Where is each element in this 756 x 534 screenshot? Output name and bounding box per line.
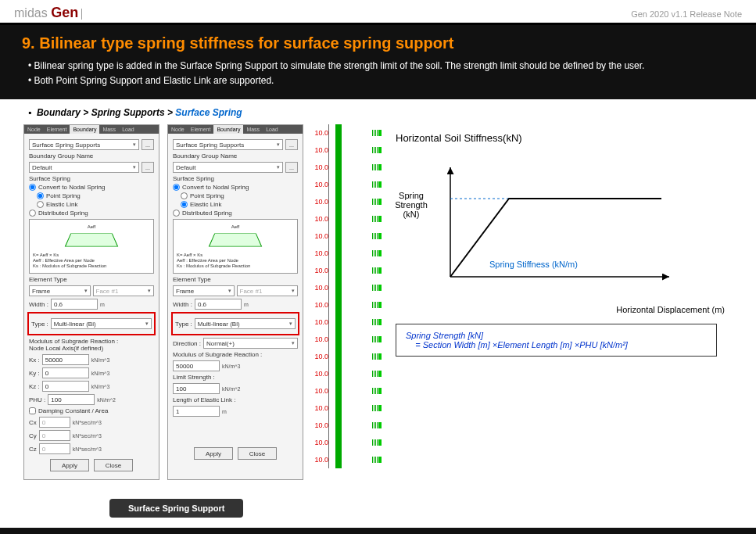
stiffness-label: Spring Stiffness (kN/m) — [489, 260, 578, 269]
model-value: 10.0 — [311, 370, 328, 378]
elastic-link-radio[interactable] — [37, 201, 44, 208]
section-title: 9. Bilinear type spring stiffness for su… — [22, 34, 734, 52]
support-type-combo[interactable]: Surface Spring Supports — [29, 139, 139, 150]
tab-boundary[interactable]: Boundary — [213, 125, 243, 134]
spring-type-highlight: Type :Multi-linear (Bi) — [171, 312, 299, 335]
model-value: 10.0 — [311, 284, 328, 292]
more-btn[interactable]: ... — [142, 139, 154, 150]
length-input[interactable]: 1 — [173, 406, 220, 417]
bullet-1: Bilinear spring type is added in the Sur… — [38, 59, 734, 73]
spring-type-highlight: Type :Multi-linear (Bi) — [27, 312, 156, 335]
logo: midas Gen — [14, 5, 82, 21]
convert-radio[interactable] — [173, 184, 180, 191]
type-combo[interactable]: Multi-linear (Bi) — [195, 318, 296, 329]
ky-input[interactable]: 0 — [42, 367, 89, 378]
model-value: 10.0 — [311, 439, 328, 446]
model-value: 10.0 — [311, 335, 328, 343]
limit-input[interactable]: 100 — [173, 383, 220, 394]
model-value: 10.0 — [311, 318, 328, 326]
type-combo[interactable]: Multi-linear (Bi) — [51, 318, 152, 329]
dialog-tabs-2: Node Element Boundary Mass Load — [168, 125, 303, 134]
breadcrumb: ▪ Boundary > Spring Supports > Surface S… — [0, 99, 756, 124]
spring-diagram: Aeff K= Aeff × KsAeff : Effective Area p… — [29, 219, 154, 274]
release-note: Gen 2020 v1.1 Release Note — [631, 9, 742, 19]
damping-check[interactable] — [29, 407, 36, 414]
tab-load[interactable]: Load — [263, 125, 281, 134]
model-value: 10.0 — [311, 129, 328, 137]
apply-button[interactable]: Apply — [194, 447, 233, 460]
close-button[interactable]: Close — [94, 459, 133, 471]
direction-combo[interactable]: Normal(+) — [203, 338, 298, 349]
face-combo[interactable]: Face #1 — [237, 285, 299, 296]
more-btn[interactable]: ... — [285, 139, 298, 150]
model-view: 10.010.010.010.010.010.010.010.010.010.0… — [311, 124, 372, 480]
model-value: 10.0 — [311, 146, 328, 154]
convert-radio[interactable] — [29, 184, 36, 191]
group-combo[interactable]: Default — [173, 162, 283, 173]
model-value: 10.0 — [311, 301, 328, 309]
y-axis-label: Spring Strength (kN) — [388, 191, 435, 219]
section-header: 9. Bilinear type spring stiffness for su… — [0, 23, 756, 99]
model-value: 10.0 — [311, 232, 328, 240]
dialog-elastic-link: Node Element Boundary Mass Load Surface … — [167, 124, 303, 480]
face-combo[interactable]: Face #1 — [93, 285, 155, 296]
bottom-bar — [0, 528, 756, 534]
model-value: 10.0 — [311, 387, 328, 395]
tab-element[interactable]: Element — [188, 125, 214, 134]
model-value: 10.0 — [311, 249, 328, 257]
graph-area: Horizontal Soil Stiffness(kN) Spring Str… — [380, 124, 733, 480]
cx-input: 0 — [39, 417, 70, 428]
tab-node[interactable]: Node — [168, 125, 188, 134]
model-value: 10.0 — [311, 456, 328, 464]
model-value: 10.0 — [311, 163, 328, 171]
modulus-input[interactable]: 50000 — [173, 360, 220, 371]
width-input[interactable]: 0.6 — [51, 299, 98, 310]
group-combo[interactable]: Default — [29, 162, 139, 173]
elem-type-combo[interactable]: Frame — [29, 285, 91, 296]
model-value: 10.0 — [311, 404, 328, 412]
tab-load[interactable]: Load — [119, 125, 138, 134]
tab-element[interactable]: Element — [44, 125, 70, 134]
formula-box: Spring Strength [kN] = Section Width [m]… — [396, 324, 717, 357]
support-type-combo[interactable]: Surface Spring Supports — [173, 139, 283, 150]
model-value: 10.0 — [311, 198, 328, 206]
tab-mass[interactable]: Mass — [99, 125, 119, 134]
model-value: 10.0 — [311, 181, 328, 188]
phu-input[interactable]: 100 — [48, 394, 95, 405]
distributed-radio[interactable] — [173, 210, 180, 217]
model-value: 10.0 — [311, 215, 328, 223]
spring-diagram: Aeff K= Aeff × KsAeff : Effective Area p… — [173, 219, 298, 274]
cz-input: 0 — [39, 443, 70, 454]
close-button[interactable]: Close — [238, 447, 277, 460]
apply-button[interactable]: Apply — [50, 459, 89, 471]
tab-mass[interactable]: Mass — [243, 125, 263, 134]
width-input[interactable]: 0.6 — [195, 299, 242, 310]
kx-input[interactable]: 50000 — [42, 354, 89, 365]
distributed-radio[interactable] — [29, 210, 36, 217]
dialog-point-spring: Node Element Boundary Mass Load Surface … — [23, 124, 159, 480]
elastic-link-radio[interactable] — [181, 201, 188, 208]
point-spring-radio[interactable] — [37, 192, 44, 199]
model-value: 10.0 — [311, 353, 328, 360]
model-value: 10.0 — [311, 267, 328, 274]
group-more-btn[interactable]: ... — [142, 162, 154, 173]
cy-input: 0 — [39, 430, 70, 441]
point-spring-radio[interactable] — [181, 192, 188, 199]
group-more-btn[interactable]: ... — [285, 162, 298, 173]
x-axis-label: Horizontal Displacement (m) — [616, 305, 725, 314]
elem-type-combo[interactable]: Frame — [173, 285, 235, 296]
graph-title: Horizontal Soil Stiffness(kN) — [396, 132, 717, 144]
kz-input[interactable]: 0 — [42, 381, 89, 392]
tab-node[interactable]: Node — [24, 125, 44, 134]
bullet-2: Both Point Spring Support and Elastic Li… — [38, 73, 734, 88]
dialog-tabs: Node Element Boundary Mass Load — [24, 125, 159, 134]
tab-boundary[interactable]: Boundary — [70, 125, 99, 134]
model-value: 10.0 — [311, 421, 328, 429]
caption-pill: Surface Spring Support — [109, 499, 243, 518]
